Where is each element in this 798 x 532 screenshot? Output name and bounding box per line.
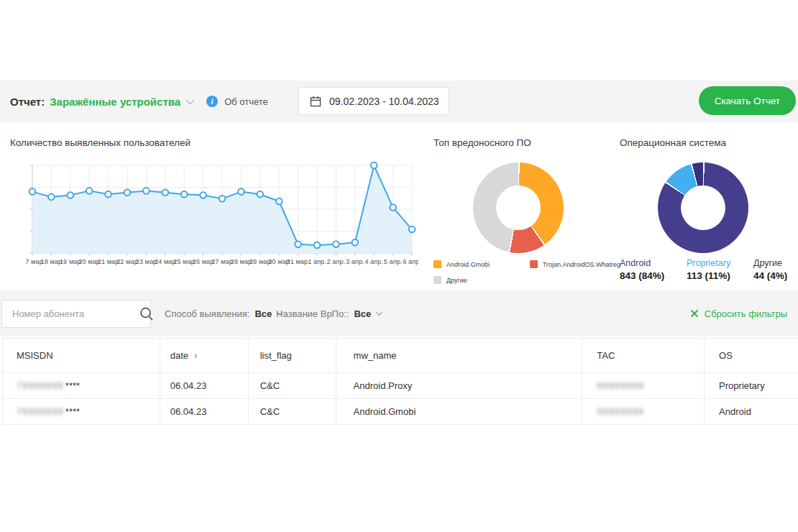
column-header-tac: TAC <box>582 339 705 372</box>
cell-tac: 99999999 <box>582 399 705 424</box>
malware-donut-chart <box>473 162 564 253</box>
cell-date: 06.04.23 <box>160 399 249 424</box>
column-header-msisdn: MSISDN <box>3 339 160 372</box>
cell-date: 06.04.23 <box>160 373 249 398</box>
malware-name-value: Все <box>354 308 371 319</box>
os-chart-title: Операционная система <box>620 137 726 148</box>
subscriber-search-input[interactable] <box>2 301 139 327</box>
legend-item: Android.Gmobi <box>434 260 530 268</box>
legend-label: Trojan.AndroidOS.Whatreg <box>543 261 620 268</box>
search-icon[interactable] <box>139 306 155 322</box>
close-icon <box>690 309 699 318</box>
info-icon[interactable]: i <box>206 96 218 107</box>
legend-item: Другие <box>434 276 531 284</box>
date-range-value: 09.02.2023 - 10.04.2023 <box>329 96 439 107</box>
msisdn-mask: **** <box>65 406 80 417</box>
report-header-bar: Отчет: Заражённые устройства i Об отчете… <box>0 81 798 122</box>
report-label: Отчет: <box>10 96 45 108</box>
svg-text:26 мар: 26 мар <box>193 258 214 265</box>
os-stat-value: 44 (4%) <box>753 270 787 281</box>
svg-text:22 мар: 22 мар <box>116 258 138 265</box>
detection-method-label: Способ выявления: <box>165 308 249 319</box>
os-stat-android: Android 843 (84%) <box>620 258 687 281</box>
cell-tac: 99999999 <box>582 373 705 398</box>
svg-text:31 мар.: 31 мар. <box>286 258 309 265</box>
subscriber-search-box <box>1 300 151 328</box>
redacted-tac: 99999999 <box>597 380 644 391</box>
legend-label: Другие <box>446 277 467 284</box>
detection-method-value: Все <box>254 308 272 319</box>
dashboard-page: Отчет: Заражённые устройства i Об отчете… <box>0 0 798 532</box>
svg-text:6 апр.: 6 апр. <box>403 258 418 265</box>
line-chart: 17 мар18 мар19 мар20 мар21 мар22 мар23 м… <box>26 161 418 276</box>
cell-msisdn: 79999999 **** <box>3 399 160 424</box>
redacted-tac: 99999999 <box>597 406 644 417</box>
svg-text:5 апр.: 5 апр. <box>384 258 403 265</box>
malware-chart-legend: Android.Gmobi Trojan.AndroidOS.Whatreg Д… <box>434 260 620 292</box>
os-donut-chart <box>658 162 748 253</box>
reset-filters-label: Сбросить фильтры <box>705 308 787 319</box>
legend-label: Android.Gmobi <box>446 261 490 268</box>
legend-swatch <box>434 276 441 284</box>
svg-text:25 мар: 25 мар <box>173 258 195 265</box>
report-name[interactable]: Заражённые устройства <box>50 96 180 108</box>
os-stat-label: Другие <box>753 258 787 268</box>
table-header-row: MSISDN date ▲▼ list_flag mw_name TAC OS <box>3 339 798 373</box>
svg-text:2 апр.: 2 апр. <box>327 258 346 265</box>
reset-filters-button[interactable]: Сбросить фильтры <box>690 290 787 336</box>
charts-panel: Количество выявленных пользователей 17 м… <box>0 122 798 290</box>
svg-text:28 мар: 28 мар <box>231 258 252 265</box>
sort-icon[interactable]: ▲▼ <box>193 353 198 359</box>
column-header-list-flag: list_flag <box>249 339 336 372</box>
cell-list-flag: C&C <box>249 373 336 398</box>
svg-text:27 мар: 27 мар <box>211 258 233 265</box>
os-stat-label: Proprietary <box>687 258 753 268</box>
donut-hole <box>496 185 541 230</box>
filter-bar: Способ выявления: Все Название ВрПо:: Вс… <box>0 290 798 336</box>
cell-mw-name: Android.Gmobi <box>336 399 583 424</box>
svg-text:3 апр.: 3 апр. <box>346 258 364 265</box>
svg-text:23 мар: 23 мар <box>136 258 157 265</box>
infected-devices-table: MSISDN date ▲▼ list_flag mw_name TAC OS … <box>2 338 798 425</box>
cell-os: Proprietary <box>705 373 798 398</box>
cell-os: Android <box>705 399 798 424</box>
legend-swatch <box>530 260 538 268</box>
os-stat-proprietary: Proprietary 113 (11%) <box>687 258 753 281</box>
svg-text:20 мар: 20 мар <box>78 258 100 265</box>
about-report-link[interactable]: Об отчете <box>224 96 268 107</box>
svg-text:1 апр.: 1 апр. <box>308 258 326 265</box>
os-stat-other: Другие 44 (4%) <box>753 258 787 281</box>
malware-name-label: Название ВрПо:: <box>276 308 349 319</box>
calendar-icon <box>310 96 321 107</box>
redacted-msisdn: 79999999 <box>17 380 64 391</box>
os-stat-value: 843 (84%) <box>620 270 687 281</box>
table-row: 79999999 **** 06.04.23 C&C Android.Proxy… <box>3 373 798 399</box>
table-row: 79999999 **** 06.04.23 C&C Android.Gmobi… <box>3 399 798 425</box>
redacted-msisdn: 79999999 <box>17 406 64 417</box>
date-range-picker[interactable]: 09.02.2023 - 10.04.2023 <box>298 87 449 115</box>
cell-msisdn: 79999999 **** <box>3 373 160 398</box>
chevron-down-icon[interactable] <box>186 96 194 104</box>
os-stat-value: 113 (11%) <box>687 270 753 281</box>
os-stat-label: Android <box>620 258 687 268</box>
detection-method-dropdown[interactable]: Способ выявления: Все <box>165 290 281 336</box>
svg-text:29 мар: 29 мар <box>249 258 271 265</box>
msisdn-mask: **** <box>65 380 80 391</box>
line-chart-title: Количество выявленных пользователей <box>10 137 191 148</box>
legend-item: Trojan.AndroidOS.Whatreg <box>530 260 620 268</box>
column-header-os: OS <box>705 339 798 372</box>
donut-hole <box>681 185 725 230</box>
svg-text:21 мар: 21 мар <box>98 258 119 265</box>
svg-text:4 апр.: 4 апр. <box>364 258 383 265</box>
os-chart-stats: Android 843 (84%) Proprietary 113 (11%) … <box>620 258 798 281</box>
chevron-down-icon <box>376 309 382 315</box>
malware-chart-title: Топ вредоносного ПО <box>434 137 531 148</box>
column-header-mw-name: mw_name <box>336 339 583 372</box>
malware-name-dropdown[interactable]: Название ВрПо:: Все <box>276 290 380 336</box>
report-selector[interactable]: Отчет: Заражённые устройства i Об отчете <box>10 81 268 122</box>
cell-list-flag: C&C <box>249 399 336 424</box>
svg-text:18 мар: 18 мар <box>41 258 63 265</box>
svg-text:19 мар: 19 мар <box>60 258 81 265</box>
download-report-button[interactable]: Скачать Отчет <box>699 86 796 115</box>
svg-text:24 мар: 24 мар <box>155 258 176 265</box>
